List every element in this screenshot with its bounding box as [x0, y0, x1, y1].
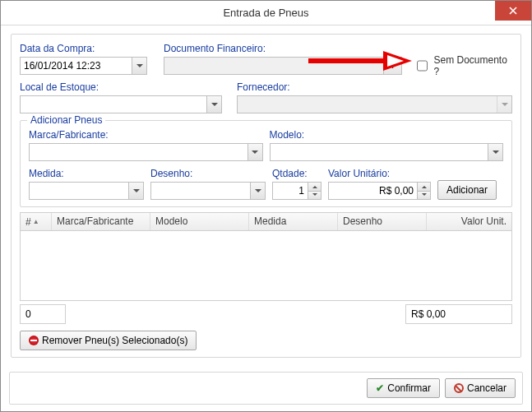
label-local-estoque: Local de Estoque: [20, 81, 222, 93]
footer-count: 0 [20, 304, 66, 324]
footer-bar: ✔ Confirmar Cancelar [9, 372, 523, 405]
marca-fabricante-arrow[interactable] [247, 144, 262, 160]
grid-body [21, 231, 511, 301]
col-modelo[interactable]: Modelo [150, 213, 249, 230]
label-valor-unitario: Valor Unitário: [328, 168, 431, 179]
footer-total: R$ 0,00 [405, 304, 512, 324]
remover-pneus-button[interactable]: Remover Pneu(s) Selecionado(s) [20, 331, 197, 350]
fornecedor-arrow[interactable] [497, 96, 511, 113]
grid-header: # ▲ Marca/Fabricante Modelo Medida Desen… [21, 213, 511, 231]
modelo-arrow[interactable] [488, 144, 502, 160]
pneus-grid[interactable]: # ▲ Marca/Fabricante Modelo Medida Desen… [20, 212, 512, 301]
marca-fabricante-input[interactable] [29, 143, 263, 161]
main-panel: Data da Compra: Documento Financeiro: + [11, 34, 521, 358]
close-icon [509, 7, 517, 15]
documento-financeiro-add-button[interactable]: + [384, 57, 402, 75]
local-estoque-input[interactable] [20, 95, 222, 113]
valor-unitario-field[interactable] [328, 182, 431, 200]
desenho-arrow[interactable] [250, 183, 265, 199]
col-valor-unit[interactable]: Valor Unit. [427, 213, 511, 230]
cancelar-button[interactable]: Cancelar [445, 378, 516, 398]
desenho-combo[interactable] [150, 182, 266, 200]
label-medida: Medida: [29, 168, 144, 179]
label-qtdade: Qtdade: [272, 168, 322, 179]
label-data-compra: Data da Compra: [20, 43, 147, 54]
valor-spin-down[interactable] [417, 192, 430, 200]
plus-icon: + [390, 60, 396, 72]
marca-fabricante-combo[interactable] [29, 143, 263, 161]
medida-combo[interactable] [29, 182, 144, 200]
qtdade-field[interactable] [272, 182, 322, 200]
legend-adicionar-pneus: Adicionar Pneus [27, 114, 105, 126]
valor-spin-up[interactable] [417, 183, 430, 192]
col-num[interactable]: # [25, 216, 31, 228]
medida-input[interactable] [29, 182, 144, 200]
local-estoque-arrow[interactable] [206, 96, 221, 113]
label-documento-financeiro: Documento Financeiro: [164, 43, 402, 54]
label-marca-fabricante: Marca/Fabricante: [29, 129, 263, 141]
confirmar-button[interactable]: ✔ Confirmar [367, 378, 440, 398]
medida-arrow[interactable] [128, 183, 143, 199]
label-modelo: Modelo: [270, 129, 504, 141]
col-medida[interactable]: Medida [249, 213, 338, 230]
close-button[interactable] [495, 1, 531, 21]
window: Entrada de Pneus Data da Compra: Documen… [0, 0, 532, 412]
sort-indicator-icon: ▲ [33, 218, 39, 225]
sem-documento-checkbox[interactable] [417, 60, 428, 72]
modelo-input[interactable] [270, 143, 504, 161]
local-estoque-combo[interactable] [20, 95, 222, 113]
data-compra-dropdown-arrow[interactable] [132, 58, 146, 74]
modelo-combo[interactable] [270, 143, 504, 161]
grid-footer: 0 R$ 0,00 [20, 304, 512, 324]
fornecedor-combo[interactable] [237, 95, 512, 113]
label-sem-documento: Sem Documento ? [433, 54, 512, 77]
col-marca[interactable]: Marca/Fabricante [52, 213, 150, 230]
adicionar-pneus-group: Adicionar Pneus Marca/Fabricante: Modelo… [20, 120, 512, 207]
valor-unitario-input[interactable] [328, 182, 431, 200]
titlebar: Entrada de Pneus [1, 1, 531, 25]
desenho-input[interactable] [150, 182, 266, 200]
sem-documento-checkbox-wrap[interactable]: Sem Documento ? [414, 57, 512, 75]
adicionar-button[interactable]: Adicionar [437, 180, 497, 200]
data-compra-input[interactable] [20, 57, 147, 75]
documento-financeiro-input[interactable] [164, 57, 384, 75]
qtdade-spin-up[interactable] [308, 183, 321, 192]
label-desenho: Desenho: [150, 168, 266, 179]
col-desenho[interactable]: Desenho [338, 213, 427, 230]
confirm-icon: ✔ [376, 382, 384, 394]
data-compra-field[interactable] [20, 57, 147, 75]
window-title: Entrada de Pneus [223, 7, 308, 19]
cancel-icon [454, 383, 464, 393]
label-fornecedor: Fornecedor: [237, 81, 512, 93]
qtdade-spin-down[interactable] [308, 192, 321, 200]
remove-icon [29, 336, 39, 345]
fornecedor-input[interactable] [237, 95, 512, 113]
